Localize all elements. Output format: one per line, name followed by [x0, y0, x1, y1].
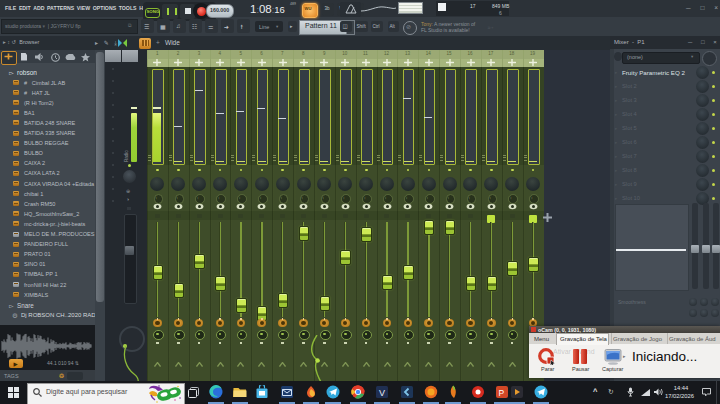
svg-text:P: P [499, 388, 505, 398]
svg-text:V: V [379, 388, 385, 398]
